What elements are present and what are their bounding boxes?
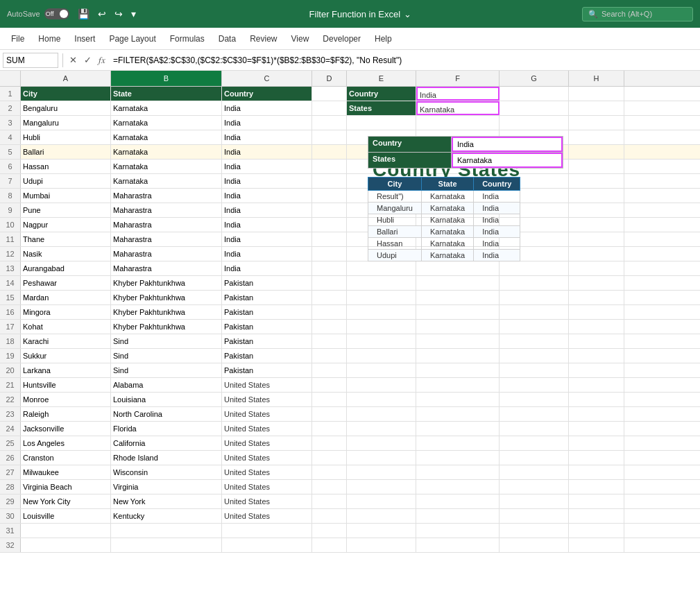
cell-d4[interactable] bbox=[312, 130, 347, 144]
cell-e2[interactable]: States bbox=[347, 101, 416, 115]
cell-b10[interactable]: Maharastra bbox=[111, 218, 222, 232]
cell-d31[interactable] bbox=[312, 524, 347, 538]
cell-b27[interactable]: Wisconsin bbox=[111, 465, 222, 479]
cell-c16[interactable]: Pakistan bbox=[222, 305, 312, 319]
cell-h24[interactable] bbox=[569, 422, 624, 436]
result-country-2[interactable]: India bbox=[474, 214, 520, 226]
cell-f27[interactable] bbox=[416, 465, 500, 479]
cell-h19[interactable] bbox=[569, 349, 624, 363]
cell-c27[interactable]: United States bbox=[222, 465, 312, 479]
cell-b26[interactable]: Rhode Island bbox=[111, 451, 222, 465]
result-state-5[interactable]: Karnataka bbox=[421, 250, 473, 261]
cell-e16[interactable] bbox=[347, 305, 416, 319]
cell-d21[interactable] bbox=[312, 378, 347, 392]
cell-d9[interactable] bbox=[312, 203, 347, 217]
cell-g25[interactable] bbox=[500, 436, 569, 450]
cell-a27[interactable]: Milwaukee bbox=[21, 465, 111, 479]
cell-e17[interactable] bbox=[347, 320, 416, 334]
col-header-g[interactable]: G bbox=[500, 71, 569, 86]
col-header-d[interactable]: D bbox=[312, 71, 347, 86]
cell-f23[interactable] bbox=[416, 407, 500, 421]
cell-b1[interactable]: State bbox=[111, 87, 222, 101]
menu-home[interactable]: Home bbox=[33, 31, 66, 46]
cell-b3[interactable]: Karnataka bbox=[111, 116, 222, 130]
cell-h16[interactable] bbox=[569, 305, 624, 319]
cell-d20[interactable] bbox=[312, 363, 347, 377]
cell-e14[interactable] bbox=[347, 276, 416, 290]
cell-b32[interactable] bbox=[111, 538, 222, 552]
cell-a1[interactable]: City bbox=[21, 87, 111, 101]
cell-a28[interactable]: Virginia Beach bbox=[21, 480, 111, 494]
cell-h25[interactable] bbox=[569, 436, 624, 450]
cell-e32[interactable] bbox=[347, 538, 416, 552]
cell-c26[interactable]: United States bbox=[222, 451, 312, 465]
cell-d3[interactable] bbox=[312, 116, 347, 130]
cell-b11[interactable]: Maharastra bbox=[111, 232, 222, 246]
confirm-formula-icon[interactable]: ✓ bbox=[82, 55, 94, 65]
cell-g21[interactable] bbox=[500, 378, 569, 392]
cell-b7[interactable]: Karnataka bbox=[111, 174, 222, 188]
cell-g3[interactable] bbox=[500, 116, 569, 130]
result-state-4[interactable]: Karnataka bbox=[421, 238, 473, 250]
cell-e27[interactable] bbox=[347, 465, 416, 479]
cell-f2[interactable]: Karnataka bbox=[416, 101, 500, 115]
result-city-0[interactable]: Result") bbox=[368, 191, 422, 203]
menu-insert[interactable]: Insert bbox=[69, 31, 101, 46]
cell-c5[interactable]: India bbox=[222, 145, 312, 159]
cell-e31[interactable] bbox=[347, 524, 416, 538]
cell-b25[interactable]: California bbox=[111, 436, 222, 450]
cell-f25[interactable] bbox=[416, 436, 500, 450]
cell-f18[interactable] bbox=[416, 334, 500, 348]
cell-d7[interactable] bbox=[312, 174, 347, 188]
cell-c14[interactable]: Pakistan bbox=[222, 276, 312, 290]
cell-a10[interactable]: Nagpur bbox=[21, 218, 111, 232]
cell-c17[interactable]: Pakistan bbox=[222, 320, 312, 334]
cell-b15[interactable]: Khyber Pakhtunkhwa bbox=[111, 291, 222, 304]
menu-view[interactable]: View bbox=[286, 31, 315, 46]
cell-b6[interactable]: Karnataka bbox=[111, 160, 222, 173]
cell-g29[interactable] bbox=[500, 495, 569, 508]
cell-f20[interactable] bbox=[416, 363, 500, 377]
cell-f29[interactable] bbox=[416, 495, 500, 508]
cell-h18[interactable] bbox=[569, 334, 624, 348]
cell-a16[interactable]: Mingora bbox=[21, 305, 111, 319]
cell-c13[interactable]: India bbox=[222, 261, 312, 275]
cell-f24[interactable] bbox=[416, 422, 500, 436]
cell-e23[interactable] bbox=[347, 407, 416, 421]
cell-d16[interactable] bbox=[312, 305, 347, 319]
result-state-3[interactable]: Karnataka bbox=[421, 226, 473, 238]
filter-country-value[interactable]: India bbox=[452, 137, 563, 152]
cell-g23[interactable] bbox=[500, 407, 569, 421]
cell-b24[interactable]: Florida bbox=[111, 422, 222, 436]
cell-e25[interactable] bbox=[347, 436, 416, 450]
cell-c25[interactable]: United States bbox=[222, 436, 312, 450]
cell-b30[interactable]: Kentucky bbox=[111, 509, 222, 523]
result-city-5[interactable]: Udupi bbox=[368, 250, 422, 261]
cell-h20[interactable] bbox=[569, 363, 624, 377]
cell-b19[interactable]: Sind bbox=[111, 349, 222, 363]
cell-a4[interactable]: Hubli bbox=[21, 130, 111, 144]
cell-c30[interactable]: United States bbox=[222, 509, 312, 523]
cell-d19[interactable] bbox=[312, 349, 347, 363]
cell-a20[interactable]: Larkana bbox=[21, 363, 111, 377]
cell-b21[interactable]: Alabama bbox=[111, 378, 222, 392]
cell-b13[interactable]: Maharastra bbox=[111, 261, 222, 275]
cell-f22[interactable] bbox=[416, 393, 500, 406]
cell-a32[interactable] bbox=[21, 538, 111, 552]
cell-e13[interactable] bbox=[347, 261, 416, 275]
cell-d8[interactable] bbox=[312, 189, 347, 203]
col-header-a[interactable]: A bbox=[21, 71, 111, 86]
cell-d15[interactable] bbox=[312, 291, 347, 304]
cell-g24[interactable] bbox=[500, 422, 569, 436]
cell-h21[interactable] bbox=[569, 378, 624, 392]
cell-h28[interactable] bbox=[569, 480, 624, 494]
cell-d6[interactable] bbox=[312, 160, 347, 173]
result-country-3[interactable]: India bbox=[474, 226, 520, 238]
cell-a26[interactable]: Cranston bbox=[21, 451, 111, 465]
cell-f15[interactable] bbox=[416, 291, 500, 304]
menu-data[interactable]: Data bbox=[213, 31, 241, 46]
result-city-1[interactable]: Mangaluru bbox=[368, 203, 422, 214]
cell-g1[interactable] bbox=[500, 87, 569, 101]
cell-a31[interactable] bbox=[21, 524, 111, 538]
cell-e15[interactable] bbox=[347, 291, 416, 304]
